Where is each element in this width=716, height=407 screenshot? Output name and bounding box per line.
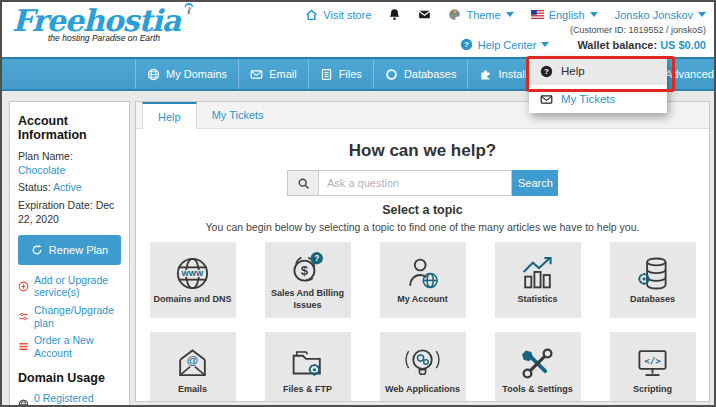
topic-tile-sales-and-billing-issues[interactable]: $?Sales And Billing Issues [265,242,351,318]
topic-tile-emails[interactable]: @Emails [150,332,236,402]
customer-id: (Customer ID: 1819552 / jonskoS) [570,25,706,35]
language-menu[interactable]: English [531,8,598,21]
messages-mail-icon[interactable] [418,8,431,21]
nav-item-label: Email [269,68,297,80]
topic-tile-web-applications[interactable]: Web Applications [380,332,466,402]
nav-item-files[interactable]: Files [308,59,373,89]
help-center-menu-trigger[interactable]: ? Help Center [460,38,550,51]
statistics-icon [519,255,556,292]
svg-text:$: $ [301,263,309,278]
status-value: Active [53,181,82,193]
topic-tile-statistics[interactable]: Statistics [495,242,581,318]
search-button[interactable]: Search [512,170,558,196]
nav-item-databases[interactable]: Databases [373,59,468,89]
chevron-down-icon [698,12,706,17]
renew-plan-label: Renew Plan [49,244,108,256]
domain-usage-registered-domains[interactable]: 0 Registered Domains [18,392,121,405]
tab-my-tickets[interactable]: My Tickets [197,102,279,128]
topic-tile-label: My Account [397,294,448,305]
page-title: How can we help? [136,141,709,161]
globe-icon [147,68,160,81]
nav-item-label: My Domains [166,68,227,80]
parachute-icon [180,4,195,15]
renew-plan-button[interactable]: Renew Plan [18,235,121,265]
tools-icon [519,345,556,382]
help-menu-item-my-tickets[interactable]: My Tickets [529,85,667,113]
files-ftp-icon [289,345,326,382]
header-right: Visit store Theme English Jonsko Jonskov [305,6,706,51]
topic-tile-label: Emails [178,384,207,395]
theme-label: Theme [466,9,500,21]
tab-help[interactable]: Help [142,102,197,129]
files-icon [320,68,333,81]
expiration-label: Expiration Date: [18,199,93,211]
wallet-balance: Wallet balance: US $0.00 [577,39,706,51]
chevron-down-icon [541,42,549,47]
help-search-bar: Search [136,170,709,196]
help-search-input[interactable] [319,170,512,196]
topic-tile-scripting[interactable]: </>Scripting [610,332,696,402]
www-globe-icon: WWW [174,255,211,292]
plan-name-value[interactable]: Chocolate [18,164,65,176]
topic-tile-label: Files & FTP [283,384,332,395]
nav-item-email[interactable]: Email [238,59,308,89]
topic-tile-label: Sales And Billing Issues [268,288,348,311]
search-icon-box [287,170,319,196]
help-center-label: Help Center [478,39,537,51]
question-circle-icon: ? [540,65,553,78]
status-row: Status: Active [18,180,121,194]
list-icon [18,341,29,352]
topic-tile-files-ftp[interactable]: Files & FTP [265,332,351,402]
nav-item-label: Databases [404,68,457,80]
topic-tile-label: Databases [630,294,675,305]
sidebar-link-add-or-upgrade-service-s[interactable]: Add or Upgrade service(s) [18,274,121,299]
topics-description: You can begin below by selecting a topic… [136,221,709,233]
topics-grid: WWWDomains and DNS$?Sales And Billing Is… [136,242,709,402]
help-center-menu: ?HelpMy Tickets [529,57,667,113]
help-menu-item-help[interactable]: ?Help [529,57,667,85]
svg-text:?: ? [544,67,549,76]
select-topic-heading: Select a topic [136,203,709,217]
topic-tile-databases[interactable]: Databases [610,242,696,318]
expiration-row: Expiration Date: Dec 22, 2020 [18,198,121,226]
home-icon [305,8,318,21]
globe-icon [18,399,29,405]
domain-usage-title: Domain Usage [18,371,121,385]
palette-icon [448,8,461,21]
plan-name-label: Plan Name: [18,150,73,162]
envelope-icon [540,93,553,106]
web-apps-icon [404,345,441,382]
topic-tile-label: Scripting [633,384,672,395]
visit-store-link[interactable]: Visit store [305,8,371,21]
domain-usage-list: 0 Registered Domains4 Hosted Domains0 Ex… [18,392,121,405]
svg-text:</>: </> [644,354,661,365]
chevron-down-icon [506,12,514,17]
search-icon [297,177,310,190]
logo[interactable]: Freehostia the hosting Paradise on Earth [12,4,195,43]
user-menu[interactable]: Jonsko Jonskov [615,9,706,21]
side-link-label: Change/Upgrade plan [34,304,121,329]
theme-menu[interactable]: Theme [448,8,513,21]
notifications-bell-icon[interactable] [388,8,401,21]
svg-text:WWW: WWW [182,269,205,278]
sidebar-link-order-a-new-account[interactable]: Order a New Account [18,334,121,359]
database-ring-icon [385,68,398,81]
nav-item-my-domains[interactable]: My Domains [135,59,238,89]
question-circle-icon: ? [460,38,473,51]
svg-text:@: @ [187,354,198,366]
account-links: Add or Upgrade service(s)Change/Upgrade … [18,274,121,360]
plus-circle-icon [18,281,29,292]
header: Freehostia the hosting Paradise on Earth… [2,2,714,57]
us-flag-icon [531,8,544,21]
topic-tile-my-account[interactable]: My Account [380,242,466,318]
account-info-title: Account Information [18,114,121,142]
sidebar-link-change-upgrade-plan[interactable]: Change/Upgrade plan [18,304,121,329]
topic-tile-tools-settings[interactable]: Tools & Settings [495,332,581,402]
refresh-icon [31,244,43,256]
topic-tile-label: Statistics [517,294,557,305]
svg-text:?: ? [314,254,319,264]
topic-tile-domains-and-dns[interactable]: WWWDomains and DNS [150,242,236,318]
billing-icon: $? [289,249,326,286]
plan-name-row: Plan Name: Chocolate [18,149,121,177]
envelope-icon [250,68,263,81]
